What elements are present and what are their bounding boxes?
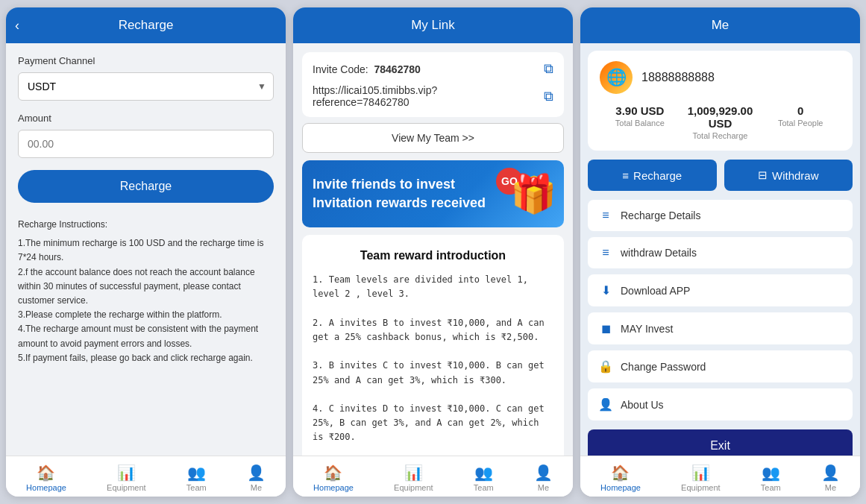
banner-text: Invite friends to invest Invitation rewa…: [313, 175, 486, 212]
invite-banner: Invite friends to invest Invitation rewa…: [302, 160, 564, 227]
withdraw-details-icon: ≡: [598, 246, 613, 259]
balance-value: 3.90 USD: [600, 104, 680, 117]
withdraw-action-button[interactable]: ⊟ Withdraw: [724, 160, 853, 191]
recharge-button[interactable]: Recharge: [18, 170, 274, 203]
about-us-icon: 👤: [598, 397, 613, 412]
recharge-instructions: Recharge Instructions: 1.The minimum rec…: [18, 218, 274, 365]
recharge-action-button[interactable]: ≡ Recharge: [588, 160, 717, 191]
footer3-equipment[interactable]: 📊 Equipment: [675, 462, 727, 494]
team-icon: 👥: [187, 464, 206, 482]
equipment-icon: 📊: [117, 464, 136, 482]
footer2-me-label: Me: [538, 483, 549, 492]
recharge-body: Payment Channel USDT ▼ Amount Recharge R…: [6, 43, 286, 456]
balance-label: Total Balance: [600, 119, 680, 127]
payment-channel-select[interactable]: USDT: [18, 72, 274, 101]
menu-change-password[interactable]: 🔒 Change Password: [588, 350, 853, 382]
my-invest-label: MAY Invest: [621, 323, 673, 335]
stat-people: 0 Total People: [760, 104, 841, 140]
recharge-btn-label: Recharge: [633, 169, 682, 182]
me-header: Me: [580, 7, 860, 43]
screens-container: ‹ Recharge Payment Channel USDT ▼ Amount…: [0, 0, 866, 504]
footer2-team-label: Team: [474, 483, 494, 492]
mylink-body: Invite Code: 78462780 ⧉ https://licai105…: [293, 43, 573, 456]
footer2-equipment[interactable]: 📊 Equipment: [388, 462, 439, 494]
about-us-label: About Us: [621, 399, 664, 411]
view-team-button[interactable]: View My Team >>: [302, 123, 564, 153]
withdraw-btn-icon: ⊟: [758, 168, 768, 182]
menu-recharge-details[interactable]: ≡ Recharge Details: [588, 200, 853, 231]
recharge-details-icon: ≡: [598, 209, 613, 222]
footer3-homepage-label: Homepage: [600, 483, 641, 492]
recharge-header: ‹ Recharge: [6, 7, 286, 43]
payment-channel-label: Payment Channel: [18, 55, 274, 66]
me-body: 🌐 18888888888 3.90 USD Total Balance 1,0…: [580, 43, 860, 456]
invite-code-box: Invite Code: 78462780 ⧉ https://licai105…: [302, 52, 564, 117]
invite-link-text: https://licai105.timibbs.vip?reference=7…: [313, 84, 437, 108]
footer2-me[interactable]: 👤 Me: [528, 462, 559, 494]
amount-input[interactable]: [18, 130, 274, 158]
team2-icon: 👥: [474, 464, 493, 482]
instruction-4: 4.The recharge amount must be consistent…: [18, 322, 274, 350]
footer-me[interactable]: 👤 Me: [241, 462, 272, 494]
footer2-homepage[interactable]: 🏠 Homepage: [307, 462, 360, 494]
stat-recharge: 1,009,929.00USD Total Recharge: [680, 104, 761, 140]
copy-link-icon[interactable]: ⧉: [544, 89, 553, 104]
copy-code-icon[interactable]: ⧉: [544, 61, 553, 77]
menu-my-invest[interactable]: ◼ MAY Invest: [588, 312, 853, 344]
footer3-me-label: Me: [825, 483, 836, 492]
footer-team[interactable]: 👥 Team: [181, 462, 213, 494]
footer-equipment[interactable]: 📊 Equipment: [101, 462, 152, 494]
instruction-5: 5.If payment fails, please go back and c…: [18, 351, 274, 365]
instructions-title: Recharge Instructions:: [18, 218, 274, 232]
recharge-title: Recharge: [119, 18, 174, 33]
invite-code-row: Invite Code: 78462780 ⧉: [313, 61, 553, 77]
menu-download-app[interactable]: ⬇ Download APP: [588, 274, 853, 306]
back-button[interactable]: ‹: [15, 18, 19, 34]
my-invest-icon: ◼: [598, 321, 613, 336]
exit-button[interactable]: Exit: [588, 429, 853, 456]
profile-top: 🌐 18888888888: [600, 61, 841, 94]
change-password-label: Change Password: [621, 361, 706, 373]
download-app-label: Download APP: [621, 285, 690, 297]
footer3-me[interactable]: 👤 Me: [815, 462, 846, 494]
phone-number: 18888888888: [641, 71, 715, 84]
screen1-footer: 🏠 Homepage 📊 Equipment 👥 Team 👤 Me: [6, 456, 286, 497]
amount-label: Amount: [18, 113, 274, 124]
recharge-label: Total Recharge: [680, 131, 761, 140]
reward-text: 1. Team levels are divided into level 1,…: [313, 273, 553, 456]
equipment2-icon: 📊: [404, 464, 423, 482]
footer-homepage[interactable]: 🏠 Homepage: [20, 462, 72, 494]
withdraw-details-label: withdraw Details: [621, 247, 697, 259]
footer3-homepage[interactable]: 🏠 Homepage: [594, 462, 647, 494]
home3-icon: 🏠: [611, 464, 630, 482]
screen-recharge: ‹ Recharge Payment Channel USDT ▼ Amount…: [6, 7, 286, 497]
banner-line1: Invite friends to invest: [313, 175, 486, 194]
stats-row: 3.90 USD Total Balance 1,009,929.00USD T…: [600, 104, 841, 140]
screen-mylink: My Link Invite Code: 78462780 ⧉ https://…: [293, 7, 573, 497]
menu-about-us[interactable]: 👤 About Us: [588, 388, 853, 420]
mylink-title: My Link: [411, 18, 455, 32]
screen3-footer: 🏠 Homepage 📊 Equipment 👥 Team 👤 Me: [580, 456, 860, 497]
footer-team-label: Team: [186, 483, 207, 492]
stat-balance: 3.90 USD Total Balance: [600, 104, 680, 140]
screen2-footer: 🏠 Homepage 📊 Equipment 👥 Team 👤 Me: [293, 456, 573, 497]
recharge-details-label: Recharge Details: [621, 210, 700, 221]
home2-icon: 🏠: [324, 464, 342, 482]
people-value: 0: [760, 104, 841, 117]
invite-code-text: Invite Code: 78462780: [313, 63, 421, 75]
change-password-icon: 🔒: [598, 359, 613, 374]
footer2-team[interactable]: 👥 Team: [468, 462, 500, 494]
footer3-team[interactable]: 👥 Team: [755, 462, 787, 494]
menu-withdraw-details[interactable]: ≡ withdraw Details: [588, 237, 853, 268]
download-app-icon: ⬇: [598, 283, 613, 297]
gift-icon: 🎁: [510, 172, 556, 215]
team3-icon: 👥: [762, 464, 780, 482]
footer2-equipment-label: Equipment: [394, 483, 433, 492]
recharge-value: 1,009,929.00USD: [680, 104, 761, 130]
footer3-team-label: Team: [761, 483, 781, 492]
banner-line2: Invitation rewards received: [313, 194, 486, 212]
avatar: 🌐: [600, 61, 633, 94]
payment-channel-wrapper: USDT ▼: [18, 72, 274, 101]
withdraw-btn-label: Withdraw: [772, 169, 819, 182]
profile-card: 🌐 18888888888 3.90 USD Total Balance 1,0…: [588, 51, 853, 151]
